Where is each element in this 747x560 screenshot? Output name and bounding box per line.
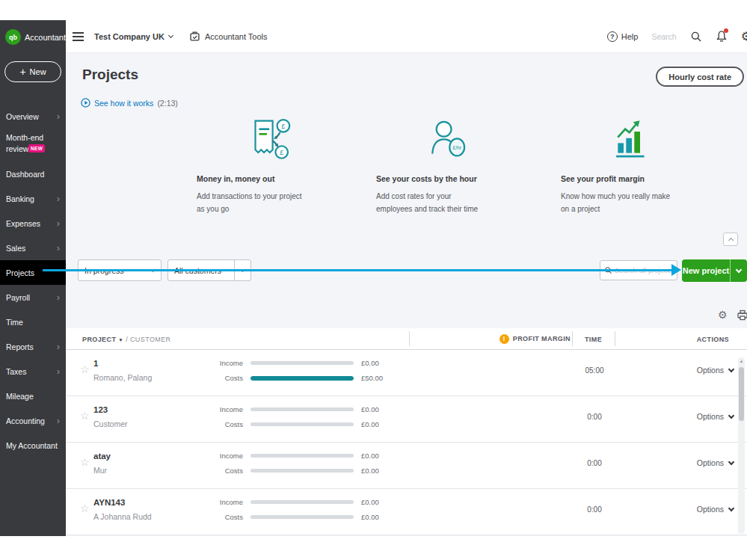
collapse-panel-button[interactable]	[723, 233, 738, 246]
costs-bar	[250, 422, 354, 426]
options-button[interactable]: Options	[697, 458, 734, 467]
sidebar-item-mileage[interactable]: Mileage	[0, 384, 66, 408]
income-line: Income £0.00	[212, 405, 379, 413]
print-icon[interactable]	[737, 310, 747, 321]
search-hint-text: Search	[651, 32, 676, 41]
sidebar-item-payroll[interactable]: Payroll	[0, 285, 66, 310]
chevron-down-icon	[168, 32, 173, 37]
profit-margin-header-label: PROFIT MARGIN	[513, 335, 571, 342]
project-name[interactable]: atay	[93, 452, 111, 461]
chevron-right-icon	[57, 193, 60, 204]
sidebar-item-overview[interactable]: Overview	[0, 104, 66, 129]
column-header-time[interactable]: TIME	[572, 336, 615, 343]
sidebar-item-month-end-review[interactable]: Month-end review NEW	[0, 129, 66, 161]
sidebar-item-sales[interactable]: Sales	[0, 236, 66, 260]
accountant-tools-button[interactable]: Accountant Tools	[189, 31, 268, 42]
costs-label: Costs	[212, 374, 243, 382]
income-label: Income	[212, 452, 243, 460]
chevron-down-icon	[728, 412, 734, 418]
table-row: atay Mur Income £0.00 Costs £0.00 0:00 O…	[66, 443, 747, 489]
income-bar	[250, 454, 354, 458]
brand-label: Accountant	[25, 33, 66, 42]
scrollbar-thumb[interactable]	[739, 367, 744, 421]
options-button[interactable]: Options	[697, 412, 734, 421]
column-header-profit-margin[interactable]: PROFIT MARGIN	[496, 328, 571, 349]
projects-table: PROJECT/ CUSTOMER PROFIT MARGIN TIME ACT…	[66, 328, 747, 535]
income-line: Income £0.00	[212, 452, 379, 460]
sidebar-item-dashboard[interactable]: Dashboard	[0, 161, 66, 186]
settings-gear-icon[interactable]: ⚙	[741, 29, 747, 43]
search-icon[interactable]	[690, 31, 702, 43]
new-project-dropdown[interactable]	[730, 259, 747, 282]
time-value: 0:00	[579, 413, 610, 421]
chevron-down-icon	[728, 505, 734, 511]
chevron-right-icon	[57, 218, 60, 229]
hourly-cost-rate-button[interactable]: Hourly cost rate	[656, 67, 744, 87]
help-icon	[607, 31, 618, 42]
notifications-bell-icon[interactable]	[716, 30, 728, 43]
costs-value: £0.00	[361, 513, 379, 521]
costs-label: Costs	[212, 467, 243, 475]
sidebar-item-label: Dashboard	[6, 170, 44, 179]
income-value: £0.00	[361, 498, 379, 506]
hero-card-desc: Add transactions to your project as you …	[197, 190, 309, 215]
new-project-split-button[interactable]: New project	[682, 259, 747, 282]
project-name[interactable]: 123	[93, 405, 108, 414]
options-label: Options	[697, 366, 724, 375]
new-project-label[interactable]: New project	[682, 259, 730, 282]
sidebar-item-label: Projects	[6, 268, 34, 277]
sidebar-item-taxes[interactable]: Taxes	[0, 359, 66, 384]
see-how-it-works-link[interactable]: See how it works (2:13)	[81, 98, 178, 108]
chevron-right-icon	[57, 292, 60, 303]
app-logo: qb Accountant	[0, 20, 66, 49]
income-value: £0.00	[361, 452, 379, 460]
favorite-star-icon[interactable]	[80, 502, 90, 515]
hero-card-title: See your costs by the hour	[376, 174, 518, 183]
hero-card-profit: See your profit margin Know how much you…	[561, 113, 703, 215]
table-toolbar: ⚙	[718, 309, 747, 321]
table-settings-gear-icon[interactable]: ⚙	[718, 309, 728, 321]
customer-name: Customer	[93, 419, 128, 428]
favorite-star-icon[interactable]	[80, 363, 90, 376]
sidebar-item-expenses[interactable]: Expenses	[0, 211, 66, 236]
favorite-star-icon[interactable]	[80, 455, 90, 469]
plus-icon	[19, 67, 25, 77]
options-button[interactable]: Options	[697, 505, 734, 514]
chevron-right-icon	[57, 341, 60, 352]
money-in-out-icon: £ £	[197, 113, 339, 167]
time-value: 05:00	[579, 366, 610, 375]
column-header-project-customer[interactable]: PROJECT/ CUSTOMER	[82, 336, 171, 343]
scroll-up-icon[interactable]: ▲	[738, 359, 745, 363]
options-label: Options	[697, 412, 724, 421]
annotation-arrow-head	[671, 264, 681, 276]
project-name[interactable]: 1	[93, 359, 98, 368]
sidebar-item-accounting[interactable]: Accounting	[0, 408, 66, 433]
hamburger-menu-icon[interactable]	[73, 32, 84, 41]
table-row: AYN143 A Johanna Rudd Income £0.00 Costs…	[66, 489, 747, 535]
video-duration: (2:13)	[157, 99, 177, 108]
vertical-scrollbar[interactable]: ▲	[738, 357, 745, 534]
help-label: Help	[621, 32, 639, 41]
sidebar-item-time[interactable]: Time	[0, 310, 66, 334]
briefcase-icon	[189, 31, 200, 42]
sidebar-item-projects[interactable]: Projects	[0, 260, 66, 285]
income-line: Income £0.00	[212, 359, 379, 367]
sidebar: qb Accountant New Overview Month-end rev…	[0, 20, 66, 536]
sidebar-item-my-accountant[interactable]: My Accountant	[0, 433, 66, 458]
options-button[interactable]: Options	[697, 366, 734, 375]
sidebar-item-banking[interactable]: Banking	[0, 186, 66, 211]
company-switcher[interactable]: Test Company UK	[94, 32, 173, 41]
svg-text:£/hr: £/hr	[453, 145, 462, 150]
favorite-star-icon[interactable]	[80, 409, 90, 422]
help-button[interactable]: Help	[607, 31, 639, 42]
customer-name: Mur	[93, 466, 107, 475]
company-name: Test Company UK	[94, 32, 165, 41]
sidebar-item-label: Accounting	[6, 416, 45, 425]
page-title: Projects	[82, 67, 138, 83]
costs-line: Costs £50.00	[212, 374, 383, 382]
project-name[interactable]: AYN143	[93, 498, 125, 507]
header-divider	[409, 331, 410, 346]
accountant-tools-label: Accountant Tools	[205, 32, 268, 41]
sidebar-item-reports[interactable]: Reports	[0, 334, 66, 359]
new-button[interactable]: New	[4, 61, 61, 82]
